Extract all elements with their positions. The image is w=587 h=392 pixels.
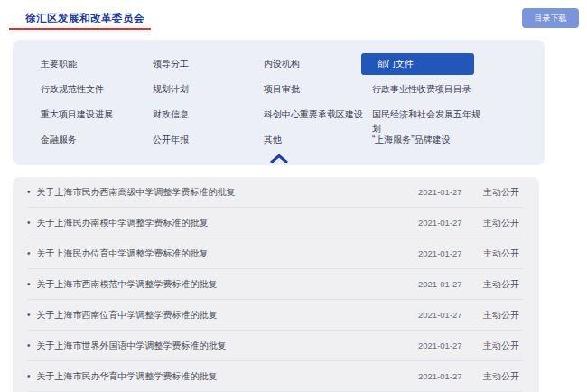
page-title: 徐汇区发展和改革委员会 (25, 12, 144, 25)
menu-item[interactable]: “上海服务”品牌建设 (361, 127, 486, 153)
menu-item[interactable]: 金融服务 (41, 127, 153, 153)
document-date: 2021-01-27 (418, 371, 465, 381)
menu-column: 领导分工规划计划财政信息公开年报 (153, 51, 264, 153)
document-row: •关于上海民办南模中学调整学费标准的批复2021-01-27主动公开 (27, 208, 523, 238)
document-disclosure-tag: 主动公开 (483, 370, 523, 383)
bullet-icon: • (27, 249, 31, 258)
document-title-link[interactable]: 关于上海市世界外国语中学调整学费标准的批复 (37, 340, 418, 352)
document-disclosure-tag: 主动公开 (483, 247, 523, 260)
bullet-icon: • (27, 219, 31, 228)
document-title-link[interactable]: 关于上海市民办西南高级中学调整学费标准的批复 (37, 186, 418, 199)
document-disclosure-tag: 主动公开 (483, 278, 523, 291)
document-date: 2021-01-27 (418, 218, 465, 228)
chevron-up-icon (269, 154, 289, 164)
document-date: 2021-01-27 (418, 187, 465, 197)
category-menu-panel: 主要职能行政规范性文件重大项目建设进展金融服务领导分工规划计划财政信息公开年报内… (13, 40, 545, 165)
document-disclosure-tag: 主动公开 (483, 340, 523, 352)
menu-item[interactable]: 财政信息 (153, 102, 264, 127)
document-disclosure-tag: 主动公开 (483, 217, 523, 229)
menu-item[interactable]: 行政规范性文件 (41, 77, 153, 102)
menu-item[interactable]: 科创中心重要承载区建设 (264, 102, 361, 127)
document-list-panel: •关于上海市民办西南高级中学调整学费标准的批复2021-01-27主动公开•关于… (13, 177, 539, 392)
document-row: •关于上海民办位育中学调整学费标准的批复2021-01-27主动公开 (27, 238, 523, 269)
bullet-icon: • (27, 311, 31, 320)
menu-item[interactable]: 主要职能 (41, 51, 153, 77)
document-date: 2021-01-27 (418, 279, 465, 289)
document-row: •关于上海市民办西南高级中学调整学费标准的批复2021-01-27主动公开 (27, 177, 523, 208)
bullet-icon: • (27, 188, 31, 197)
document-row: •关于上海市西南位育中学调整学费标准的批复2021-01-27主动公开 (27, 300, 523, 331)
document-title-link[interactable]: 关于上海市民办华育中学调整学费标准的批复 (37, 370, 418, 383)
document-date: 2021-01-27 (418, 341, 465, 350)
document-row: •关于上海市民办华育中学调整学费标准的批复2021-01-27主动公开 (27, 361, 523, 392)
menu-item[interactable]: 重大项目建设进展 (41, 102, 153, 127)
bullet-icon: • (27, 341, 31, 350)
document-title-link[interactable]: 关于上海市西南模范中学调整学费标准的批复 (37, 278, 418, 291)
title-underline (9, 28, 151, 30)
document-row: •关于上海市西南模范中学调整学费标准的批复2021-01-27主动公开 (27, 269, 523, 300)
document-date: 2021-01-27 (418, 310, 465, 320)
directory-download-button[interactable]: 目录下载 (522, 8, 579, 28)
menu-column: 主要职能行政规范性文件重大项目建设进展金融服务 (41, 51, 153, 153)
menu-grid: 主要职能行政规范性文件重大项目建设进展金融服务领导分工规划计划财政信息公开年报内… (13, 40, 545, 153)
menu-item[interactable]: 其他 (264, 127, 361, 153)
document-disclosure-tag: 主动公开 (483, 309, 523, 322)
collapse-toggle[interactable] (13, 153, 545, 165)
menu-item[interactable]: 国民经济和社会发展五年规划 (361, 102, 486, 127)
menu-item[interactable]: 规划计划 (153, 77, 264, 102)
document-list: •关于上海市民办西南高级中学调整学费标准的批复2021-01-27主动公开•关于… (13, 177, 539, 392)
menu-item-selected[interactable]: 部门文件 (361, 53, 474, 75)
menu-column: 部门文件行政事业性收费项目目录国民经济和社会发展五年规划“上海服务”品牌建设 (361, 51, 517, 153)
document-title-link[interactable]: 关于上海民办南模中学调整学费标准的批复 (37, 217, 418, 229)
document-disclosure-tag: 主动公开 (483, 186, 523, 199)
menu-item[interactable]: 项目审批 (264, 77, 361, 102)
document-title-link[interactable]: 关于上海市西南位育中学调整学费标准的批复 (37, 309, 418, 322)
bullet-icon: • (27, 280, 31, 289)
menu-item[interactable]: 行政事业性收费项目目录 (361, 77, 486, 102)
document-row: •关于上海市世界外国语中学调整学费标准的批复2021-01-27主动公开 (27, 331, 523, 361)
menu-item[interactable]: 内设机构 (264, 51, 361, 77)
document-title-link[interactable]: 关于上海民办位育中学调整学费标准的批复 (37, 247, 418, 260)
menu-item[interactable]: 领导分工 (153, 51, 264, 77)
bullet-icon: • (27, 372, 31, 381)
menu-column: 内设机构项目审批科创中心重要承载区建设其他 (264, 51, 361, 153)
menu-item[interactable]: 公开年报 (153, 127, 264, 153)
document-date: 2021-01-27 (418, 248, 465, 258)
